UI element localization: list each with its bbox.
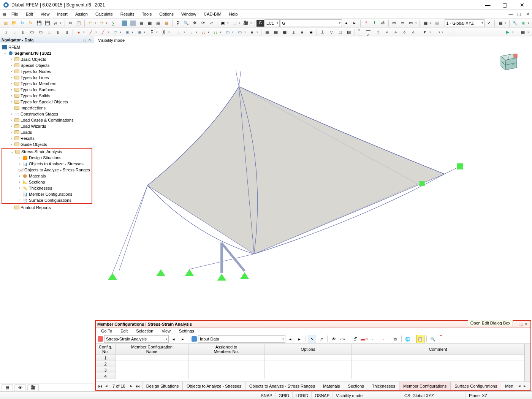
mesh-5-icon[interactable]: ≡ [298, 28, 306, 36]
load-7-dd-icon[interactable]: ▾ [256, 31, 260, 34]
maximize-button[interactable]: ▢ [496, 0, 513, 10]
tree-item[interactable]: ›Types for Special Objects [0, 99, 94, 105]
col-assigned[interactable]: Assigned toMembers No. [188, 344, 264, 355]
tree-subitem[interactable]: ›🟧Design Situations [2, 155, 92, 161]
draw-6-icon[interactable]: ▣ [135, 28, 144, 36]
box3d-dd-icon[interactable]: ▾ [528, 22, 531, 25]
tree-subitem[interactable]: 📊Member Configurations [2, 191, 92, 197]
expander-icon[interactable]: › [17, 156, 22, 160]
page-prev-icon[interactable]: ◂ [104, 383, 109, 388]
cell-comment[interactable] [352, 361, 524, 367]
combo1-next-icon[interactable]: ▸ [179, 335, 187, 343]
print-dropdown-icon[interactable]: ▾ [60, 22, 63, 25]
status-grid[interactable]: GRID [276, 392, 293, 399]
iso-dd-icon[interactable]: ▾ [227, 22, 230, 25]
tree-item[interactable]: ›⬚Construction Stages [0, 111, 94, 117]
table-menu-view[interactable]: View [158, 328, 174, 334]
tree-subitem[interactable]: ›📐Sections [2, 179, 92, 185]
menu-results[interactable]: Results [117, 11, 138, 17]
rel-1-icon[interactable]: ○— [356, 28, 365, 36]
tab-materials[interactable]: Materials [319, 382, 344, 390]
cell-options[interactable] [264, 355, 352, 361]
result-1-icon[interactable]: ↟ [362, 19, 370, 27]
draw-8-icon[interactable]: ╳ [160, 28, 168, 36]
paste-icon[interactable]: 📋 [75, 19, 83, 27]
draw-8-dd-icon[interactable]: ▾ [168, 31, 171, 34]
status-lgrid[interactable]: LGRID [293, 392, 312, 399]
panel-2-icon[interactable] [129, 19, 137, 27]
cell-name[interactable] [116, 355, 188, 361]
tab-objects-ranges[interactable]: Objects to Analyze - Stress Ranges [245, 382, 319, 390]
menu-cadbim[interactable]: CAD-BIM [200, 11, 225, 17]
table-menu-selection[interactable]: Selection [132, 328, 157, 334]
cell-assigned[interactable] [188, 361, 264, 367]
calc-icon[interactable]: ∑ [109, 19, 117, 27]
expander-icon[interactable]: ⌄ [3, 51, 8, 55]
refresh2-icon[interactable]: ↻ [27, 19, 35, 27]
tabs-scroll-left-icon[interactable]: ◂ [517, 383, 522, 388]
tab-member-configs[interactable]: Member Configurations [399, 382, 451, 390]
tabs-scroll-right-icon[interactable]: ▸ [522, 383, 527, 388]
undo-dd-icon[interactable]: ▾ [95, 22, 98, 25]
nav-footer-eye-icon[interactable]: 👁 [14, 384, 26, 391]
combo1-prev-icon[interactable]: ◂ [169, 335, 178, 343]
rel-7-icon[interactable]: ⟡ [409, 28, 417, 36]
del-row-icon[interactable]: ▬✕ [360, 335, 369, 343]
redo-dd-icon[interactable]: ▾ [106, 22, 109, 25]
search-icon[interactable]: 🔍 [429, 335, 437, 343]
load-2-icon[interactable]: ↓ [187, 28, 195, 36]
tree-item[interactable]: ›Types for Members [0, 81, 94, 87]
mdi-close-icon[interactable]: ✕ [524, 11, 531, 17]
nav-footer-camera-icon[interactable]: 🎥 [27, 384, 39, 391]
tree-file[interactable]: ⌄ Segment.rf6 | 2021 [0, 50, 94, 56]
draw-4-icon[interactable]: ▱ [111, 28, 119, 36]
draw-2-icon[interactable]: ╱ [87, 28, 95, 36]
support-1-icon[interactable]: ⊥ [318, 28, 327, 36]
draw-2-dd-icon[interactable]: ▾ [95, 31, 98, 34]
tree-subitem[interactable]: ›🎨Materials [2, 173, 92, 179]
tree-subitem[interactable]: ›📏Thicknesses [2, 185, 92, 191]
box3d-icon[interactable]: ▣ [519, 19, 527, 27]
iso-icon[interactable]: ▣ [219, 19, 227, 27]
cam-dd-icon[interactable]: ▾ [250, 22, 253, 25]
table-row[interactable]: 4 [96, 373, 524, 379]
status-snap[interactable]: SNAP [258, 392, 276, 399]
grp-2-icon[interactable]: ▦ [433, 19, 441, 27]
rel-3-icon[interactable]: ⟟ [374, 28, 382, 36]
right-1-icon[interactable]: ▶ [504, 28, 512, 36]
rel-2-icon[interactable]: —○ [365, 28, 374, 36]
menu-tools[interactable]: Tools [138, 11, 155, 17]
draw-5-dd-icon[interactable]: ▾ [132, 31, 135, 34]
mesh-2-icon[interactable]: ▦ [272, 28, 280, 36]
panel-1-icon[interactable] [121, 19, 129, 27]
support-4-icon[interactable]: ▧ [345, 28, 353, 36]
tab-objects-stresses[interactable]: Objects to Analyze - Stresses [182, 382, 245, 390]
cell-name[interactable] [116, 373, 188, 379]
grp-dd-icon[interactable]: ▾ [430, 22, 433, 25]
expander-icon[interactable]: › [9, 130, 14, 134]
rotate-icon[interactable]: ⟳ [199, 19, 207, 27]
right-1-dd-icon[interactable]: ▾ [512, 31, 515, 34]
col-comment[interactable]: Comment [352, 344, 524, 355]
nav-footer-data-icon[interactable]: ▤ [2, 384, 13, 391]
tool-1-dd-icon[interactable]: ▾ [429, 31, 432, 34]
sel-1-icon[interactable]: ▯ [2, 28, 10, 36]
expander-icon[interactable]: › [9, 136, 14, 140]
tree-item[interactable]: Printout Reports [0, 204, 94, 211]
tree-item[interactable]: Imperfections [0, 105, 94, 111]
cell-options[interactable] [264, 367, 352, 373]
load-7-icon[interactable]: ≡ [248, 28, 256, 36]
mdi-max-icon[interactable]: ▢ [515, 11, 523, 17]
close-button[interactable]: ✕ [513, 0, 530, 10]
rel-4-icon[interactable]: ⟡ [383, 28, 391, 36]
tree-item[interactable]: ›Load Cases & Combinations [0, 117, 94, 123]
page-first-icon[interactable]: ⏮ [97, 384, 103, 388]
page-last-icon[interactable]: ⏭ [135, 384, 141, 388]
eye-icon[interactable]: 👁 [329, 335, 338, 343]
tool-2-icon[interactable]: ⟶ [433, 28, 441, 36]
expander-icon[interactable]: › [9, 88, 14, 92]
status-osnap[interactable]: OSNAP [312, 392, 333, 399]
tree-item[interactable]: ›Special Objects [0, 62, 94, 68]
cell-options[interactable] [264, 361, 352, 367]
tree-item[interactable]: ›Results [0, 135, 94, 141]
